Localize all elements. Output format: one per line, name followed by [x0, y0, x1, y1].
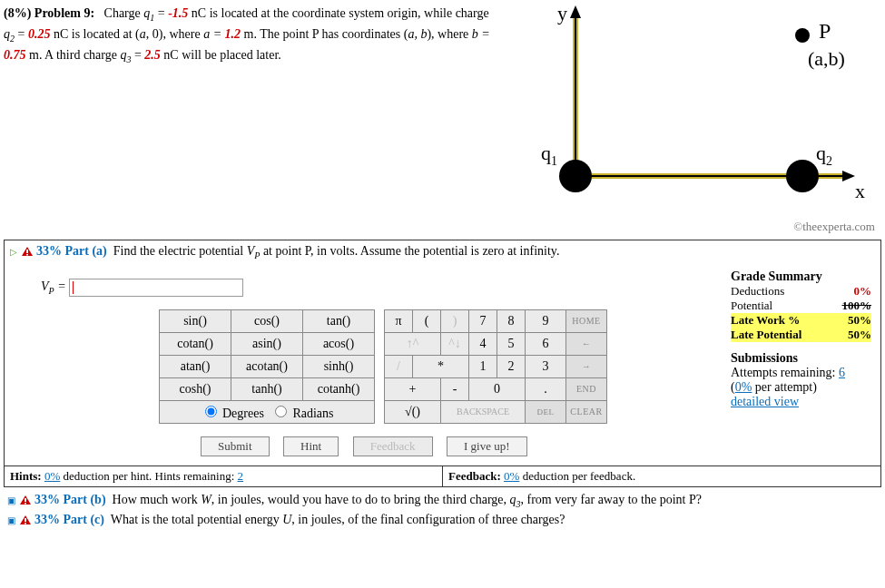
part-b: ▣ 33% Part (b) How much work W, in joule…: [4, 491, 881, 511]
part-c: ▣ 33% Part (c) What is the total potenti…: [4, 511, 881, 529]
key-7[interactable]: 7: [469, 309, 497, 332]
key-star[interactable]: *: [413, 355, 469, 377]
problem-weight: (8%): [4, 6, 31, 20]
function-pad: sin()cos()tan() cotan()asin()acos() atan…: [159, 309, 375, 424]
radians-radio[interactable]: Radians: [270, 407, 334, 420]
fn-cosh[interactable]: cosh(): [160, 377, 231, 400]
svg-rect-23: [25, 523, 26, 524]
key-end[interactable]: END: [566, 377, 607, 400]
summary-title: Grade Summary: [731, 270, 871, 284]
fn-cotan[interactable]: cotan(): [160, 332, 231, 355]
key-5[interactable]: 5: [497, 332, 526, 355]
answer-row: VP =: [41, 279, 731, 297]
key-up[interactable]: ↑^: [385, 332, 441, 355]
key-minus[interactable]: -: [441, 377, 469, 400]
svg-rect-17: [26, 254, 28, 256]
attempts-link[interactable]: 6: [839, 366, 845, 379]
fn-tan[interactable]: tan(): [303, 309, 375, 332]
warning-icon: [19, 495, 32, 505]
key-sqrt[interactable]: √(): [385, 400, 441, 423]
submit-button[interactable]: Submit: [201, 436, 270, 456]
fn-sinh[interactable]: sinh(): [303, 355, 375, 377]
key-dot[interactable]: .: [526, 377, 566, 400]
grade-summary: Grade Summary Deductions0% Potential100%…: [731, 270, 871, 466]
key-caret[interactable]: ^↓: [441, 332, 469, 355]
hints-bar: Hints: 0% deduction per hint. Hints rema…: [5, 466, 880, 486]
hint-button[interactable]: Hint: [283, 436, 339, 456]
svg-rect-16: [26, 250, 28, 253]
fn-asin[interactable]: asin(): [231, 332, 303, 355]
key-right[interactable]: →: [566, 355, 607, 377]
key-del[interactable]: DEL: [526, 400, 566, 423]
key-8[interactable]: 8: [497, 309, 526, 332]
attribution: ©theexperta.com: [512, 220, 875, 234]
fn-cos[interactable]: cos(): [231, 309, 303, 332]
svg-text:q2: q2: [816, 142, 832, 168]
svg-point-8: [795, 28, 810, 43]
warning-icon: [21, 246, 34, 257]
key-lparen[interactable]: (: [413, 309, 441, 332]
part-a-container: ▷ 33% Part (a) Find the electric potenti…: [4, 240, 881, 487]
diagram: y x P (a,b) q1 q2 ©theexperta.com: [512, 4, 875, 234]
key-pi[interactable]: π: [385, 309, 413, 332]
part-a-header: ▷ 33% Part (a) Find the electric potenti…: [5, 240, 880, 264]
fn-acos[interactable]: acos(): [303, 332, 375, 355]
collapse-icon[interactable]: ▣: [7, 515, 15, 525]
fn-tanh[interactable]: tanh(): [231, 377, 303, 400]
svg-text:y: y: [557, 4, 567, 24]
degrees-radio[interactable]: Degrees: [201, 407, 264, 420]
action-buttons: Submit Hint Feedback I give up!: [195, 436, 731, 456]
feedback-button[interactable]: Feedback: [353, 436, 433, 456]
problem-area: (8%) Problem 9: Charge q1 = -1.5 nC is l…: [4, 4, 881, 234]
problem-label: Problem 9:: [34, 6, 94, 20]
collapse-icon[interactable]: ▣: [7, 495, 15, 505]
svg-text:(a,b): (a,b): [808, 47, 845, 70]
fn-sin[interactable]: sin(): [160, 309, 231, 332]
key-clear[interactable]: CLEAR: [566, 400, 607, 423]
key-backspace[interactable]: BACKSPACE: [441, 400, 526, 423]
svg-point-6: [559, 160, 592, 192]
fn-acotan[interactable]: acotan(): [231, 355, 303, 377]
key-home[interactable]: HOME: [566, 309, 607, 332]
key-9[interactable]: 9: [526, 309, 566, 332]
key-plus[interactable]: +: [385, 377, 441, 400]
svg-point-7: [786, 160, 819, 192]
svg-marker-4: [570, 5, 581, 18]
svg-rect-22: [25, 518, 26, 522]
calculator: sin()cos()tan() cotan()asin()acos() atan…: [159, 309, 731, 424]
key-slash[interactable]: /: [385, 355, 413, 377]
warning-icon: [19, 514, 32, 525]
key-2[interactable]: 2: [497, 355, 526, 377]
keypad: π()789HOME ↑^^↓456← /*123→ +-0.END √()BA…: [384, 309, 607, 424]
answer-input[interactable]: [69, 279, 243, 297]
detailed-view-link[interactable]: detailed view: [731, 395, 799, 408]
svg-rect-19: [25, 498, 26, 502]
svg-text:q1: q1: [541, 142, 557, 168]
key-1[interactable]: 1: [469, 355, 497, 377]
key-rparen[interactable]: ): [441, 309, 469, 332]
key-0[interactable]: 0: [469, 377, 526, 400]
fn-atan[interactable]: atan(): [160, 355, 231, 377]
giveup-button[interactable]: I give up!: [447, 436, 527, 456]
key-3[interactable]: 3: [526, 355, 566, 377]
svg-rect-20: [25, 503, 26, 505]
svg-marker-5: [842, 171, 855, 181]
other-parts: ▣ 33% Part (b) How much work W, in joule…: [4, 491, 881, 529]
key-6[interactable]: 6: [526, 332, 566, 355]
key-left[interactable]: ←: [566, 332, 607, 355]
svg-text:P: P: [819, 19, 831, 43]
key-4[interactable]: 4: [469, 332, 497, 355]
fn-cotanh[interactable]: cotanh(): [303, 377, 375, 400]
problem-text: (8%) Problem 9: Charge q1 = -1.5 nC is l…: [4, 4, 494, 234]
submissions-title: Submissions: [731, 351, 871, 366]
angle-mode: Degrees Radians: [160, 400, 375, 423]
svg-text:x: x: [855, 180, 865, 202]
expand-icon[interactable]: ▷: [10, 247, 17, 257]
